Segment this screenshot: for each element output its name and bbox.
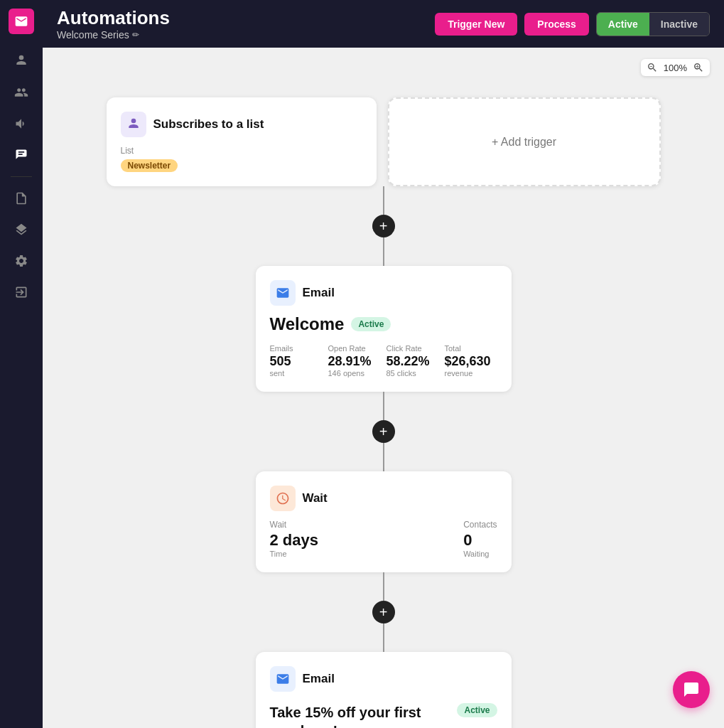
- zoom-in-button[interactable]: [693, 62, 704, 73]
- sidebar-item-automations[interactable]: [9, 142, 34, 168]
- sidebar-item-campaigns[interactable]: [9, 111, 34, 136]
- emails-value-1: 505: [270, 354, 323, 369]
- wait-stats: Wait 2 days Time Contacts 0 Waiting: [270, 520, 497, 558]
- click-rate-sublabel-1: 85 clicks: [387, 369, 439, 378]
- add-trigger-label: + Add trigger: [492, 136, 556, 149]
- email-card-2-type: Email: [303, 672, 335, 686]
- automation-canvas: 100% Subscribes to a list List Ne: [43, 48, 724, 728]
- header: Automations Welcome Series ✏ Trigger New…: [43, 0, 724, 48]
- connector-line-2: [383, 392, 384, 420]
- email-icon-1: [270, 280, 296, 306]
- email-card-1[interactable]: Email Welcome Active Emails 505 sent Ope…: [256, 266, 512, 392]
- zoom-value: 100%: [661, 63, 690, 73]
- wait-card-header: Wait: [270, 486, 497, 511]
- email-card-2-name: Take 15% off your first purchase!: [270, 703, 441, 728]
- wait-label: Wait: [270, 520, 319, 530]
- email-card-2-header: Email: [270, 666, 497, 692]
- sidebar: [0, 0, 43, 728]
- wait-card-title: Wait: [303, 491, 328, 505]
- trigger-list-label: List: [121, 146, 362, 156]
- stat-click-rate-1: Click Rate 58.22% 85 clicks: [387, 344, 439, 378]
- email-card-2-status: Active: [457, 703, 497, 717]
- trigger-card-title: Subscribes to a list: [153, 117, 264, 132]
- sidebar-item-contacts[interactable]: [9, 80, 34, 105]
- add-step-button-1[interactable]: +: [372, 215, 395, 237]
- connector-2: +: [372, 392, 395, 471]
- emails-label-1: Emails: [270, 344, 323, 353]
- connector-line-1b: [383, 237, 384, 266]
- sidebar-divider-1: [11, 176, 32, 177]
- contacts-sublabel: Waiting: [463, 550, 497, 558]
- active-inactive-toggle: Active Inactive: [596, 12, 710, 36]
- wait-value: 2 days: [270, 531, 319, 550]
- breadcrumb: Welcome Series ✏: [57, 29, 170, 41]
- connector-line-1: [383, 186, 384, 215]
- total-label-1: Total: [445, 344, 497, 353]
- email-card-1-status: Active: [351, 317, 391, 331]
- chat-fab-button[interactable]: [673, 671, 710, 708]
- add-step-button-3[interactable]: +: [372, 601, 395, 623]
- email-card-2[interactable]: Email Take 15% off your first purchase! …: [256, 652, 512, 728]
- open-rate-sublabel-1: 146 opens: [328, 369, 381, 378]
- email-card-1-header: Email: [270, 280, 497, 306]
- edit-icon[interactable]: ✏: [132, 30, 139, 40]
- email-card-1-type: Email: [303, 286, 335, 300]
- sidebar-item-audience[interactable]: [9, 48, 34, 74]
- sidebar-logo[interactable]: [9, 9, 34, 34]
- wait-contacts-stat: Contacts 0 Waiting: [463, 520, 497, 558]
- trigger-new-button[interactable]: Trigger New: [435, 13, 517, 36]
- click-rate-label-1: Click Rate: [387, 344, 439, 353]
- connector-line-3: [383, 572, 384, 601]
- connector-line-3b: [383, 623, 384, 652]
- flow-container: Subscribes to a list List Newsletter + A…: [57, 62, 710, 728]
- total-sublabel-1: revenue: [445, 369, 497, 378]
- connector-1: +: [372, 186, 395, 266]
- trigger-card-subscribes[interactable]: Subscribes to a list List Newsletter: [107, 97, 377, 186]
- inactive-toggle-button[interactable]: Inactive: [649, 13, 709, 36]
- trigger-row: Subscribes to a list List Newsletter + A…: [107, 97, 661, 186]
- active-toggle-button[interactable]: Active: [597, 13, 649, 36]
- email-card-1-name-row: Welcome Active: [270, 314, 497, 334]
- sidebar-item-layers[interactable]: [9, 217, 34, 242]
- add-trigger-card[interactable]: + Add trigger: [388, 97, 661, 186]
- wait-icon: [270, 486, 296, 511]
- process-button[interactable]: Process: [524, 13, 588, 36]
- total-value-1: $26,630: [445, 354, 497, 369]
- sidebar-item-export[interactable]: [9, 279, 34, 305]
- stat-open-rate-1: Open Rate 28.91% 146 opens: [328, 344, 381, 378]
- open-rate-value-1: 28.91%: [328, 354, 381, 369]
- connector-3: +: [372, 572, 395, 652]
- zoom-out-button[interactable]: [647, 62, 658, 73]
- add-step-button-2[interactable]: +: [372, 420, 395, 443]
- trigger-card-header: Subscribes to a list: [121, 112, 362, 137]
- contacts-value: 0: [463, 531, 497, 550]
- click-rate-value-1: 58.22%: [387, 354, 439, 369]
- subscribes-icon: [121, 112, 146, 137]
- email-icon-2: [270, 666, 296, 692]
- subtitle-text: Welcome Series: [57, 29, 129, 41]
- sidebar-item-settings[interactable]: [9, 248, 34, 274]
- wait-time-stat: Wait 2 days Time: [270, 520, 319, 558]
- contacts-label: Contacts: [463, 520, 497, 530]
- email-card-1-stats: Emails 505 sent Open Rate 28.91% 146 ope…: [270, 344, 497, 378]
- emails-sublabel-1: sent: [270, 369, 323, 378]
- page-title: Automations: [57, 7, 170, 29]
- connector-line-2b: [383, 443, 384, 471]
- stat-total-1: Total $26,630 revenue: [445, 344, 497, 378]
- newsletter-badge: Newsletter: [121, 159, 178, 172]
- main-content: Automations Welcome Series ✏ Trigger New…: [43, 0, 724, 728]
- header-left: Automations Welcome Series ✏: [57, 7, 170, 41]
- wait-card[interactable]: Wait Wait 2 days Time Contacts 0 Waiting: [256, 471, 512, 572]
- stat-emails-sent-1: Emails 505 sent: [270, 344, 323, 378]
- zoom-control: 100%: [641, 59, 710, 76]
- wait-sublabel: Time: [270, 550, 319, 558]
- header-right: Trigger New Process Active Inactive: [435, 12, 710, 36]
- open-rate-label-1: Open Rate: [328, 344, 381, 353]
- sidebar-item-forms[interactable]: [9, 186, 34, 211]
- email-card-1-name: Welcome: [270, 314, 345, 334]
